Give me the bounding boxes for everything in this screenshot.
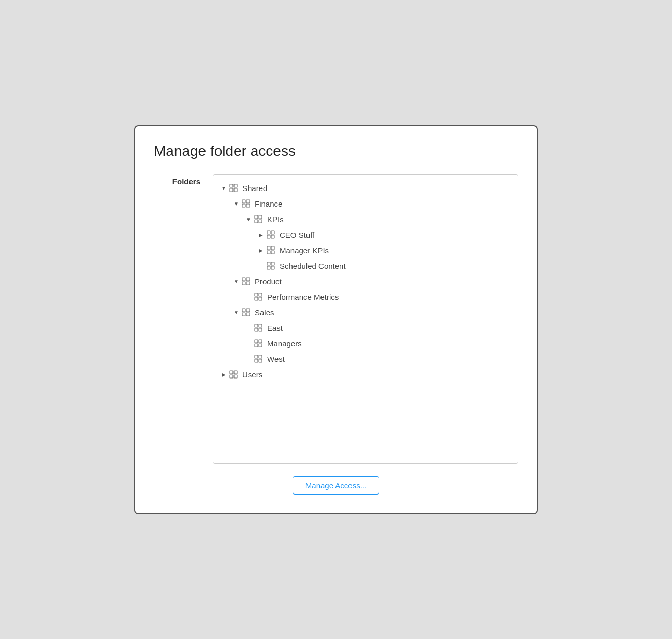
folder-icon-sales [241,308,252,318]
svg-rect-45 [259,355,262,358]
manage-access-button[interactable]: Manage Access... [293,476,379,495]
footer: Manage Access... [154,476,518,495]
tree-item-shared[interactable]: Shared [217,181,512,196]
dialog-title: Manage folder access [154,143,518,159]
tree-item-west[interactable]: West [217,352,512,367]
svg-rect-25 [246,278,250,281]
svg-rect-42 [255,344,258,347]
tree-item-performance-metrics[interactable]: Performance Metrics [217,289,512,305]
folder-tree-panel: Shared Finance KPIs CEO Stuff Manager KP… [213,174,518,464]
svg-rect-5 [246,200,250,203]
item-label-east: East [267,324,283,332]
svg-rect-46 [255,359,258,362]
folders-label: Folders [154,174,200,186]
toggle-icon-manager-kpis [257,246,265,255]
item-label-sales: Sales [255,308,274,317]
svg-rect-34 [242,313,245,316]
svg-rect-17 [271,246,274,250]
item-label-performance-metrics: Performance Metrics [267,293,339,301]
toggle-icon-shared [220,184,228,193]
svg-rect-33 [246,309,250,312]
tree-item-manager-kpis[interactable]: Manager KPIs [217,243,512,258]
toggle-icon-users [220,371,228,379]
svg-rect-7 [246,204,250,207]
folder-icon-managers [254,339,264,349]
item-label-scheduled-content: Scheduled Content [280,262,346,270]
svg-rect-12 [267,231,270,234]
svg-rect-8 [255,215,258,219]
svg-rect-32 [242,309,245,312]
svg-rect-24 [242,278,245,281]
tree-item-finance[interactable]: Finance [217,196,512,212]
folder-icon-finance [241,199,252,209]
folder-icon-product [241,277,252,287]
toggle-icon-ceo-stuff [257,231,265,239]
item-label-users: Users [242,370,262,379]
svg-rect-51 [234,375,237,378]
svg-rect-37 [259,324,262,327]
content-row: Folders Shared Finance KPIs CEO Stuff [154,174,518,464]
svg-rect-21 [271,262,274,265]
svg-rect-50 [230,375,233,378]
item-label-finance: Finance [255,199,282,208]
item-label-product: Product [255,277,282,286]
toggle-icon-finance [232,200,240,208]
svg-rect-38 [255,328,258,331]
svg-rect-22 [267,266,270,269]
folder-icon-east [254,323,264,333]
svg-rect-2 [230,188,233,192]
toggle-icon-kpis [244,215,253,224]
svg-rect-3 [234,188,237,192]
svg-rect-19 [271,251,274,254]
svg-rect-6 [242,204,245,207]
svg-rect-41 [259,340,262,343]
svg-rect-20 [267,262,270,265]
svg-rect-15 [271,235,274,238]
toggle-icon-sales [232,309,240,317]
svg-rect-18 [267,251,270,254]
svg-rect-29 [259,293,262,296]
folder-icon-west [254,354,264,365]
folder-icon-manager-kpis [266,245,276,256]
tree-item-east[interactable]: East [217,321,512,336]
svg-rect-14 [267,235,270,238]
folder-icon-shared [229,183,239,194]
manage-folder-access-dialog: Manage folder access Folders Shared Fina… [134,125,538,514]
folder-icon-kpis [254,214,264,225]
svg-rect-44 [255,355,258,358]
svg-rect-48 [230,371,233,374]
tree-item-sales[interactable]: Sales [217,305,512,321]
tree-item-product[interactable]: Product [217,274,512,289]
tree-item-ceo-stuff[interactable]: CEO Stuff [217,227,512,243]
item-label-shared: Shared [242,184,267,193]
svg-rect-27 [246,282,250,285]
svg-rect-9 [259,215,262,219]
tree-item-users[interactable]: Users [217,367,512,383]
svg-rect-47 [259,359,262,362]
svg-rect-43 [259,344,262,347]
svg-rect-1 [234,184,237,187]
svg-rect-23 [271,266,274,269]
svg-rect-28 [255,293,258,296]
folder-icon-scheduled-content [266,261,276,271]
svg-rect-26 [242,282,245,285]
svg-rect-39 [259,328,262,331]
folder-icon-ceo-stuff [266,230,276,240]
svg-rect-4 [242,200,245,203]
svg-rect-36 [255,324,258,327]
tree-item-scheduled-content[interactable]: Scheduled Content [217,258,512,274]
toggle-icon-product [232,278,240,286]
tree-item-managers[interactable]: Managers [217,336,512,352]
svg-rect-40 [255,340,258,343]
item-label-ceo-stuff: CEO Stuff [280,230,314,239]
folder-icon-users [229,370,239,380]
svg-rect-49 [234,371,237,374]
item-label-manager-kpis: Manager KPIs [280,246,329,255]
svg-rect-30 [255,297,258,300]
item-label-managers: Managers [267,339,302,348]
svg-rect-16 [267,246,270,250]
tree-item-kpis[interactable]: KPIs [217,212,512,227]
svg-rect-13 [271,231,274,234]
svg-rect-10 [255,220,258,223]
svg-rect-11 [259,220,262,223]
